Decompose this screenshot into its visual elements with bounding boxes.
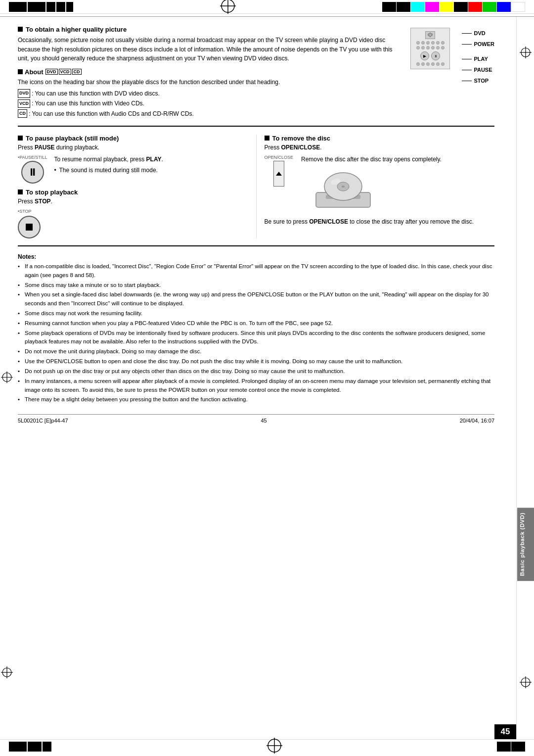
note-item-3: • When you set a single-faced disc label… bbox=[18, 290, 494, 308]
remote-illustration-container: ▶ ⏸ bbox=[410, 26, 494, 119]
remote-dot bbox=[416, 46, 420, 49]
bullet-square-about bbox=[18, 69, 23, 74]
section-text-left: To obtain a higher quality picture Occas… bbox=[18, 26, 401, 119]
about-item-cd: CD : You can use this function with Audi… bbox=[18, 109, 401, 119]
remote-dot bbox=[426, 62, 430, 66]
bullet-square-remove bbox=[265, 136, 269, 141]
sidebar-vertical-label: Basic playback (DVD) bbox=[517, 508, 534, 581]
pause-button-area: •PAUSE/STILL ⏸ To resume normal playback… bbox=[18, 155, 248, 184]
open-close-bold: OPEN/CLOSE bbox=[281, 144, 320, 151]
play-bold: PLAY bbox=[146, 156, 162, 163]
remote-dot bbox=[436, 62, 440, 66]
stop-bold: STOP bbox=[35, 198, 50, 205]
about-dvd-text: : You can use this function with DVD vid… bbox=[32, 89, 160, 98]
notes-heading: Notes: bbox=[18, 253, 494, 260]
footer-right: 20/4/04, 16:07 bbox=[460, 418, 494, 424]
cal-blocks-right bbox=[382, 2, 525, 12]
cal-black-4 bbox=[56, 2, 65, 12]
cal-key bbox=[454, 2, 468, 12]
pause-heading-row: To pause playback (still mode) bbox=[18, 135, 248, 142]
bottom-cal-r2 bbox=[511, 742, 525, 752]
vcd-badge: VCD bbox=[59, 69, 71, 75]
dvd-badge-2: DVD bbox=[18, 89, 30, 97]
bottom-calibration-bar bbox=[0, 739, 534, 753]
note-text-9: Do not push up on the disc tray or put a… bbox=[25, 368, 345, 374]
remove-body-text: Remove the disc after the disc tray open… bbox=[301, 155, 494, 164]
remote-label-play: PLAY bbox=[462, 53, 494, 64]
pause-circle-btn: ⏸ bbox=[21, 161, 44, 184]
remote-dot bbox=[421, 62, 425, 66]
note-text-7: Do not move the unit during playback. Do… bbox=[25, 348, 201, 354]
remote-label-dvd: DVD bbox=[462, 28, 494, 39]
remote-dot bbox=[436, 46, 440, 49]
disc-tray-svg bbox=[311, 168, 375, 212]
bottom-crosshair bbox=[267, 738, 282, 755]
notes-section: Notes: • If a non-compatible disc is loa… bbox=[18, 253, 494, 404]
note-text-1: If a non-compatible disc is loaded, "Inc… bbox=[25, 263, 492, 278]
remote-label-pause: PAUSE bbox=[462, 64, 494, 75]
stop-circle-btn bbox=[18, 216, 41, 238]
open-close-label: OPEN/CLOSE bbox=[265, 155, 294, 160]
open-close-btn-rect bbox=[273, 161, 284, 187]
remote-play-btn: ▶ bbox=[420, 51, 429, 60]
stop-button-label: •STOP bbox=[18, 209, 32, 214]
cal-yellow bbox=[440, 2, 453, 12]
cal-black-3 bbox=[46, 2, 55, 12]
left-margin-crosshair bbox=[1, 372, 13, 385]
bullet-square-pause bbox=[18, 136, 23, 141]
remote-dot bbox=[426, 46, 430, 49]
note-bullet-9: • bbox=[18, 367, 20, 376]
pause-button-illus: •PAUSE/STILL ⏸ bbox=[18, 155, 47, 184]
cd-badge: CD bbox=[72, 69, 82, 75]
remote-dot bbox=[431, 46, 435, 49]
note-text-10: In many instances, a menu screen will ap… bbox=[25, 378, 490, 393]
about-item-dvd: DVD : You can use this function with DVD… bbox=[18, 89, 401, 98]
open-close-illus: OPEN/CLOSE bbox=[265, 155, 294, 187]
cal-blocks-left bbox=[9, 2, 73, 12]
note-item-1: • If a non-compatible disc is loaded, "I… bbox=[18, 262, 494, 280]
remote-signal-area bbox=[414, 31, 446, 39]
remote-pause-btn: ⏸ bbox=[431, 51, 440, 60]
section-controls: To pause playback (still mode) Press PAU… bbox=[18, 135, 494, 246]
top-calibration-bar bbox=[0, 0, 534, 14]
about-heading-row: About DVD VCD CD bbox=[18, 68, 401, 76]
right-crosshair-bottom bbox=[520, 676, 532, 690]
right-crosshair-top bbox=[520, 47, 532, 60]
note-text-11: There may be a slight delay between you … bbox=[25, 396, 248, 402]
note-bullet-7: • bbox=[18, 347, 20, 356]
cal-white bbox=[511, 2, 525, 12]
note-item-8: • Use the OPEN/CLOSE button to open and … bbox=[18, 357, 494, 366]
note-bullet-3: • bbox=[18, 290, 20, 299]
section-remove-disc: To remove the disc Press OPEN/CLOSE. OPE… bbox=[257, 135, 495, 238]
pause-heading: To pause playback (still mode) bbox=[26, 135, 119, 142]
note-bullet-2: • bbox=[18, 281, 20, 290]
page-wrapper: To obtain a higher quality picture Occas… bbox=[0, 17, 534, 739]
note-text-8: Use the OPEN/CLOSE button to open and cl… bbox=[25, 358, 402, 364]
pause-symbol: ⏸ bbox=[28, 167, 38, 177]
stop-sub-section: To stop playback Press STOP. •STOP bbox=[18, 189, 248, 238]
label-line-play bbox=[462, 59, 472, 59]
pause-button-label: •PAUSE/STILL bbox=[18, 155, 47, 160]
remote-dot bbox=[436, 41, 440, 45]
cal-black-5 bbox=[66, 2, 73, 12]
cal-green bbox=[483, 2, 496, 12]
vcd-badge-2: VCD bbox=[18, 99, 30, 108]
cal-cyan bbox=[411, 2, 425, 12]
remote-label-stop: STOP bbox=[462, 75, 494, 86]
pause-bold: PAUSE bbox=[35, 144, 54, 151]
center-crosshair bbox=[220, 0, 236, 15]
obtain-body: Occasionally, some picture noise not usu… bbox=[18, 36, 401, 63]
left-margin-crosshair-bottom bbox=[1, 666, 13, 680]
note-text-6: Some playback operations of DVDs may be … bbox=[25, 330, 485, 345]
cal-black-2 bbox=[28, 2, 45, 12]
cal-blue bbox=[497, 2, 511, 12]
remote-dot bbox=[426, 41, 430, 45]
note-text-2: Some discs may take a minute or so to st… bbox=[25, 282, 161, 288]
remove-text-and-illus: Remove the disc after the disc tray open… bbox=[301, 155, 494, 212]
note-bullet-5: • bbox=[18, 319, 20, 328]
note-text-5: Resuming cannot function when you play a… bbox=[25, 320, 333, 326]
remote-illus: ▶ ⏸ bbox=[410, 28, 450, 69]
disc-tray-illustration bbox=[311, 168, 375, 212]
remote-dot bbox=[441, 62, 445, 66]
about-vcd-text: : You can use this function with Video C… bbox=[32, 98, 144, 108]
